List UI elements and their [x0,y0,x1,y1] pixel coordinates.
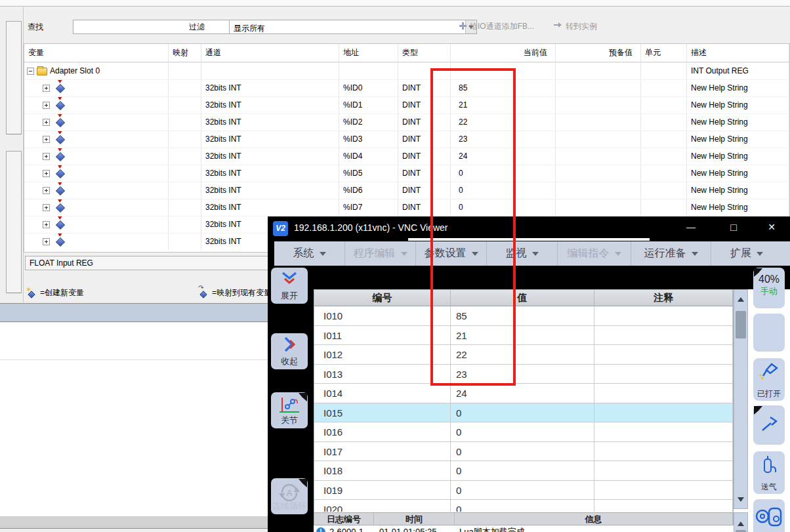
expand-icon[interactable] [43,204,50,211]
torch-open-button[interactable]: 已打开 [753,358,785,401]
top-window-strip [0,0,790,7]
mapped-variable-icon [56,237,65,246]
io-row[interactable]: I01085 [314,306,733,326]
mapped-variable-icon [56,152,65,161]
io-row[interactable]: I0160 [314,422,733,442]
expand-icon[interactable] [43,85,50,92]
table-row[interactable]: 32bits INT%ID5DINT0New Help String [24,165,789,182]
expand-icon[interactable] [43,136,50,143]
add-fb-button[interactable]: 给IO通道添加FB... [459,21,534,32]
info-icon: ! [316,527,325,532]
table-row[interactable]: 32bits INT%ID7DINT0New Help String [24,199,789,216]
mapped-variable-icon [56,203,65,212]
expand-icon[interactable] [43,238,50,245]
double-chevron-down-icon [280,271,299,287]
joint-coordinate-button[interactable]: 关节 [271,392,308,428]
filter-combobox[interactable]: 显示所有 [229,20,477,34]
mapped-variable-icon [56,169,65,178]
table-row[interactable]: 32bits INT%ID2DINT22New Help String [24,113,789,131]
menu-edit-instruction[interactable]: 编辑指令 [558,241,631,266]
io-table-scrollbar[interactable] [734,289,748,509]
col-description: 描述 [687,44,789,62]
scrollbar-thumb[interactable] [736,311,746,338]
io-row[interactable]: I0200 [314,500,733,512]
gas-label: 送气 [753,481,785,493]
torch-button[interactable] [753,405,785,445]
table-row[interactable]: 32bits INT%ID6DINT0New Help String [24,182,789,199]
table-row[interactable]: 32bits INT%ID4DINT24New Help String [24,148,789,165]
io-row[interactable]: I01121 [314,326,733,346]
expand-icon[interactable] [43,102,50,109]
chevron-down-icon [320,252,326,259]
vnc-remote-desktop: 系统 程序编辑 参数设置 监视 编辑指令 运行准备 扩展 展开 [268,240,790,532]
col-mapping: 映射 [169,44,201,62]
legend-map-label: =映射到现有变量 [212,287,272,298]
menu-run-prepare[interactable]: 运行准备 [631,241,711,266]
io-row-selected[interactable]: I0150 [314,403,733,423]
io-row[interactable]: I01424 [314,384,733,403]
blank-button[interactable] [753,314,785,352]
col-prepared-value: 预备值 [556,44,641,62]
find-label: 查找 [28,22,43,33]
table-row[interactable]: 32bits INT%ID1DINT21New Help String [24,96,789,113]
expand-button[interactable]: 展开 [271,268,308,304]
goto-instance-button[interactable]: 转到实例 [554,21,597,32]
filter-label: 过滤 [189,22,205,33]
close-button[interactable]: ✕ [762,222,781,232]
speed-value: 40% [753,274,785,285]
col-log-time: 时间 [374,513,455,525]
annotation-red-rectangle [430,68,516,386]
log-scrollbar[interactable] [734,512,748,532]
left-rail [0,7,24,302]
io-row[interactable]: I0190 [314,481,733,501]
gas-supply-button[interactable]: 送气 [753,451,785,494]
menu-extension[interactable]: 扩展 [711,241,782,266]
expand-icon[interactable] [43,119,50,126]
io-row[interactable]: I01222 [314,345,733,365]
goto-arrow-icon [554,22,563,29]
collapse-button[interactable]: 收起 [271,333,308,369]
expand-icon[interactable] [43,221,50,228]
col-log-id: 日志编号 [314,513,374,525]
robot-gripper-icon [755,504,783,531]
log-row[interactable]: ! 2-6000-1 01-01 01:05:25 Lua脚本加载完成 [314,525,734,532]
table-row[interactable]: 32bits INT%ID3DINT23New Help String [24,131,789,148]
collapse-expander-icon[interactable] [27,68,34,75]
expand-icon[interactable] [43,187,50,194]
mapped-variable-icon [56,83,65,92]
menu-system[interactable]: 系统 [274,241,345,266]
mapped-variable-icon [56,117,65,127]
torch-state-label: 已打开 [753,388,785,399]
maximize-button[interactable]: □ [724,222,743,234]
col-type: 类型 [398,44,451,62]
find-input[interactable] [73,20,241,34]
speed-mode-button[interactable]: 40% 手动 [753,268,785,308]
double-chevron-right-icon [280,337,299,352]
continuous-loop-button[interactable]: A 连续循环 [271,478,308,514]
minimize-button[interactable]: — [681,222,701,232]
pendant-menu-bar: 系统 程序编辑 参数设置 监视 编辑指令 运行准备 扩展 [274,241,790,266]
expand-icon[interactable] [43,153,50,160]
map-existing-variable-icon: ↷ [199,289,207,297]
scroll-up-button[interactable] [734,290,747,303]
scroll-up-button[interactable] [734,514,747,527]
col-current-value: 当前值 [451,44,556,62]
io-row[interactable]: I0180 [314,461,733,481]
mapped-variable-icon [56,134,65,144]
welding-torch-icon [759,413,780,434]
welding-torch-on-icon [759,361,780,381]
menu-program-edit[interactable]: 程序编辑 [345,241,416,266]
expand-icon[interactable] [43,170,50,177]
io-row[interactable]: I0170 [314,442,733,462]
wire-feed-button[interactable] [753,499,785,532]
table-row[interactable]: 32bits INT%ID0DINT85New Help String [24,79,789,96]
io-row[interactable]: I01323 [314,365,733,384]
rail-panel-top [6,21,22,134]
scroll-down-button[interactable] [734,492,747,505]
mode-manual-label: 手动 [753,285,785,297]
mapping-legend: ✶ =创建新变量 ↷ =映射到现有变量 [24,286,266,300]
folder-icon [37,68,47,75]
io-register-table: 编号 值 注释 I01085 I01121 I01222 I01323 I014… [314,289,734,512]
table-row-adapter[interactable]: Adapter Slot 0 INT Output REG [24,62,789,79]
vnc-title-bar[interactable]: V2 192.168.1.200 (x11vnc) - VNC Viewer —… [268,216,790,240]
